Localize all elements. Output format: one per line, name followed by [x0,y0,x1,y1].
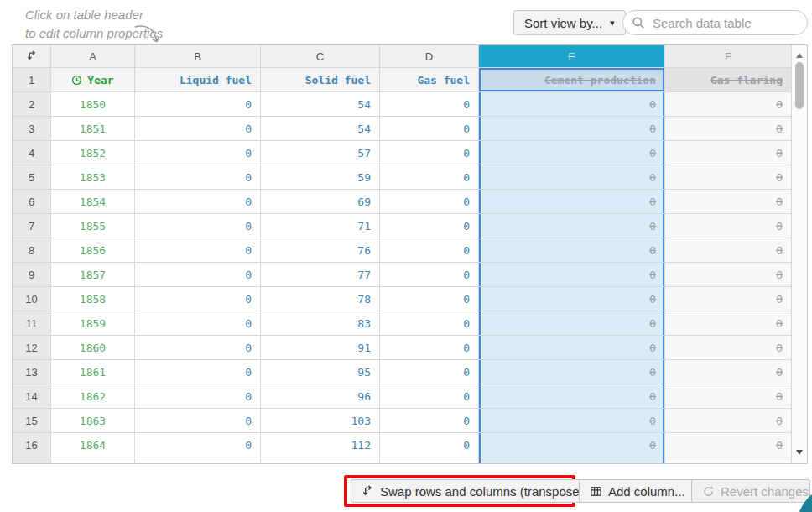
data-cell-year[interactable]: 1855 [51,214,135,238]
data-cell-cement[interactable]: 0 [479,263,665,287]
data-cell-liquid[interactable]: 0 [135,384,261,409]
data-cell-flaring[interactable]: 0 [665,263,792,287]
data-cell-flaring[interactable]: 0 [665,190,792,214]
field-header-b[interactable]: Liquid fuel [135,68,261,92]
data-cell-year[interactable]: 1859 [51,311,135,336]
data-cell-liquid[interactable]: 0 [135,409,261,433]
data-cell-solid[interactable] [261,457,380,464]
data-cell-solid[interactable]: 112 [261,433,380,457]
data-cell-liquid[interactable]: 0 [135,190,261,214]
data-cell-gas[interactable]: 0 [380,336,479,360]
data-cell-cement[interactable]: 0 [479,117,665,141]
data-cell-cement[interactable]: 0 [479,360,665,384]
column-letter-f[interactable]: F [665,45,792,68]
search-input[interactable] [651,15,799,31]
column-letter-d[interactable]: D [380,45,479,68]
data-cell-flaring[interactable]: 0 [665,384,792,409]
data-cell-solid[interactable]: 78 [261,287,380,311]
field-header-year[interactable]: Year [51,68,135,92]
data-cell-cement[interactable]: 0 [479,409,665,433]
data-cell-flaring[interactable]: 0 [665,287,792,311]
column-letter-c[interactable]: C [261,45,380,68]
data-cell-cement[interactable]: 0 [479,433,665,457]
data-cell-gas[interactable]: 0 [380,433,479,457]
data-cell-flaring[interactable]: 0 [665,238,792,263]
data-cell-cement[interactable]: 0 [479,190,665,214]
field-header-d[interactable]: Gas fuel [380,68,479,92]
data-cell-year[interactable]: 1850 [51,92,135,117]
data-cell-gas[interactable]: 0 [380,409,479,433]
data-cell-flaring[interactable]: 0 [665,360,792,384]
data-cell-solid[interactable]: 103 [261,409,380,433]
data-cell-solid[interactable]: 96 [261,384,380,409]
data-cell-solid[interactable]: 91 [261,336,380,360]
data-cell-gas[interactable]: 0 [380,384,479,409]
data-cell-solid[interactable]: 57 [261,141,380,165]
data-cell-year[interactable]: 1864 [51,433,135,457]
data-cell-solid[interactable]: 71 [261,214,380,238]
data-cell-cement[interactable]: 0 [479,141,665,165]
field-header-c[interactable]: Solid fuel [261,68,380,92]
data-cell-cement[interactable] [479,457,665,464]
data-cell-solid[interactable]: 59 [261,165,380,190]
swap-rows-columns-button[interactable]: Swap rows and columns (transpose) [351,479,595,503]
data-cell-liquid[interactable]: 0 [135,92,261,117]
data-cell-solid[interactable]: 95 [261,360,380,384]
data-cell-liquid[interactable]: 0 [135,360,261,384]
data-cell-year[interactable] [51,457,135,464]
data-cell-gas[interactable]: 0 [380,263,479,287]
data-cell-gas[interactable]: 0 [380,311,479,336]
scroll-down-arrow-icon[interactable] [796,450,803,455]
data-cell-flaring[interactable]: 0 [665,409,792,433]
column-letter-b[interactable]: B [135,45,261,68]
data-cell-liquid[interactable]: 0 [135,141,261,165]
data-cell-flaring[interactable]: 0 [665,141,792,165]
data-cell-year[interactable]: 1857 [51,263,135,287]
data-cell-liquid[interactable]: 0 [135,336,261,360]
data-cell-year[interactable]: 1852 [51,141,135,165]
data-cell-year[interactable]: 1856 [51,238,135,263]
data-cell-gas[interactable]: 0 [380,165,479,190]
data-cell-gas[interactable]: 0 [380,141,479,165]
data-cell-solid[interactable]: 54 [261,117,380,141]
data-cell-liquid[interactable]: 0 [135,165,261,190]
data-cell-liquid[interactable]: 0 [135,117,261,141]
data-cell-year[interactable]: 1858 [51,287,135,311]
data-cell-cement[interactable]: 0 [479,92,665,117]
data-cell-cement[interactable]: 0 [479,311,665,336]
data-cell-solid[interactable]: 54 [261,92,380,117]
data-cell-solid[interactable]: 69 [261,190,380,214]
data-cell-flaring[interactable] [665,457,792,464]
data-cell-flaring[interactable]: 0 [665,92,792,117]
data-cell-year[interactable]: 1863 [51,409,135,433]
data-cell-year[interactable]: 1860 [51,336,135,360]
data-cell-liquid[interactable]: 0 [135,238,261,263]
data-cell-cement[interactable]: 0 [479,336,665,360]
data-cell-year[interactable]: 1854 [51,190,135,214]
data-cell-cement[interactable]: 0 [479,287,665,311]
column-letter-e[interactable]: E [479,45,665,68]
data-cell-year[interactable]: 1861 [51,360,135,384]
data-cell-flaring[interactable]: 0 [665,214,792,238]
transpose-corner-cell[interactable] [13,45,51,68]
data-cell-year[interactable]: 1853 [51,165,135,190]
search-box[interactable] [622,10,808,35]
data-cell-liquid[interactable]: 0 [135,287,261,311]
data-cell-liquid[interactable]: 0 [135,214,261,238]
data-cell-cement[interactable]: 0 [479,238,665,263]
data-cell-liquid[interactable]: 0 [135,263,261,287]
data-cell-cement[interactable]: 0 [479,165,665,190]
data-cell-gas[interactable]: 0 [380,287,479,311]
column-letter-a[interactable]: A [51,45,135,68]
add-column-button[interactable]: Add column... [579,479,696,503]
field-header-e[interactable]: Cement production [479,68,665,92]
data-cell-cement[interactable]: 0 [479,214,665,238]
data-cell-year[interactable]: 1862 [51,384,135,409]
data-cell-flaring[interactable]: 0 [665,117,792,141]
data-cell-gas[interactable]: 0 [380,190,479,214]
data-cell-flaring[interactable]: 0 [665,311,792,336]
data-cell-solid[interactable]: 76 [261,238,380,263]
data-cell-solid[interactable]: 83 [261,311,380,336]
data-cell-flaring[interactable]: 0 [665,165,792,190]
sort-view-by-button[interactable]: Sort view by... ▾ [513,10,626,35]
